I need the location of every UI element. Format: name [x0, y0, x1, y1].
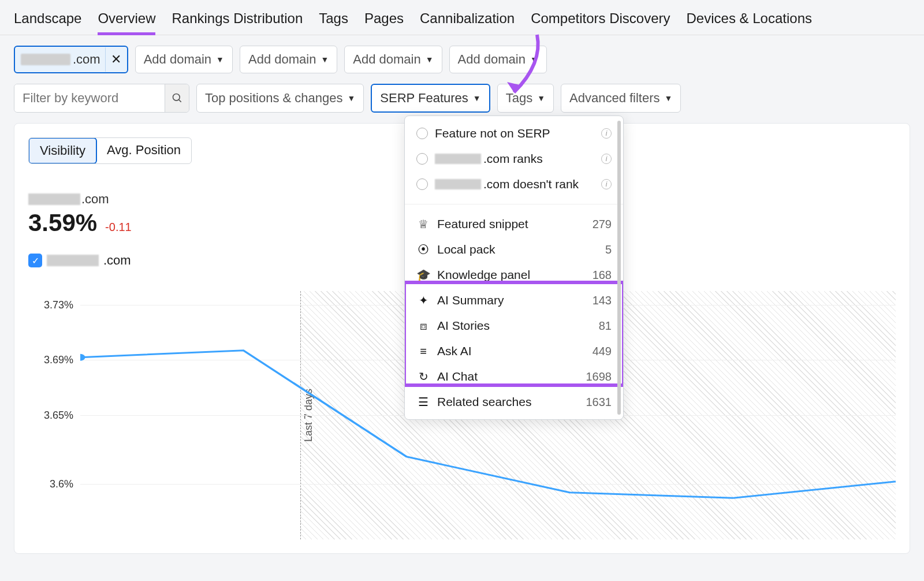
feature-count: 5: [605, 243, 612, 256]
keyword-filter: [14, 84, 189, 113]
top-positions-filter[interactable]: Top positions & changes▼: [196, 84, 364, 113]
chevron-down-icon: ▼: [530, 55, 538, 64]
feature-count: 168: [593, 269, 612, 282]
feature-count: 1631: [586, 396, 612, 409]
redacted-domain: [47, 255, 99, 266]
chevron-down-icon: ▼: [216, 55, 224, 64]
scrollbar[interactable]: [617, 121, 621, 415]
segment-visibility[interactable]: Visibility: [28, 137, 97, 164]
feature-count: 143: [593, 294, 612, 307]
serp-radio-option[interactable]: .com doesn't ranki: [405, 172, 623, 197]
keyword-filter-input[interactable]: [14, 84, 165, 112]
info-icon[interactable]: i: [601, 128, 612, 139]
radio-icon: [416, 153, 428, 165]
svg-point-0: [173, 94, 180, 101]
tab-rankings-distribution[interactable]: Rankings Distribution: [172, 10, 303, 35]
serp-feature-item[interactable]: ≡Ask AI449: [405, 338, 623, 364]
metric-delta: -0.11: [105, 221, 132, 234]
add-domain-button-3[interactable]: Add domain▼: [344, 46, 442, 73]
refresh-icon: ↻: [416, 370, 430, 383]
top-tabs: Landscape Overview Rankings Distribution…: [0, 0, 924, 35]
serp-features-dropdown: Feature not on SERPi.com ranksi.com does…: [404, 116, 624, 420]
close-icon[interactable]: ✕: [105, 47, 127, 72]
segment-avg-position[interactable]: Avg. Position: [96, 138, 191, 163]
feature-count: 279: [593, 218, 612, 231]
serp-feature-item[interactable]: ☰Related searches1631: [405, 389, 623, 415]
feature-count: 81: [599, 319, 612, 333]
advanced-filters[interactable]: Advanced filters▼: [561, 84, 681, 113]
primary-domain-chip[interactable]: .com ✕: [14, 46, 128, 73]
lines-sparkle-icon: ≡: [416, 345, 430, 358]
redacted-domain: [21, 54, 70, 65]
domain-row: .com ✕ Add domain▼ Add domain▼ Add domai…: [0, 35, 924, 84]
search-icon: [172, 92, 183, 104]
tab-overview[interactable]: Overview: [98, 10, 155, 35]
info-icon[interactable]: i: [601, 179, 612, 189]
feature-count: 1698: [586, 370, 612, 383]
chevron-down-icon: ▼: [321, 55, 329, 64]
chevron-down-icon: ▼: [537, 94, 545, 103]
chevron-down-icon: ▼: [665, 94, 673, 103]
serp-radio-option[interactable]: .com ranksi: [405, 146, 623, 172]
info-icon[interactable]: i: [601, 154, 612, 164]
dashed-box-icon: ⧈: [416, 319, 430, 333]
tab-cannibalization[interactable]: Cannibalization: [420, 10, 515, 35]
feature-count: 449: [593, 345, 612, 358]
radio-icon: [416, 178, 428, 190]
serp-feature-item[interactable]: ↻AI Chat1698: [405, 364, 623, 389]
list-icon: ☰: [416, 395, 430, 409]
y-axis-tick: 3.6%: [50, 478, 73, 490]
serp-feature-item[interactable]: ✦AI Summary143: [405, 288, 623, 313]
domain-suffix: .com: [73, 52, 105, 67]
serp-radio-option[interactable]: Feature not on SERPi: [405, 121, 623, 146]
y-axis-tick: 3.69%: [44, 354, 73, 366]
serp-feature-item[interactable]: ⧈AI Stories81: [405, 313, 623, 338]
serp-feature-item[interactable]: ⦿Local pack5: [405, 237, 623, 262]
graduation-icon: 🎓: [416, 268, 430, 282]
tab-pages[interactable]: Pages: [364, 10, 404, 35]
serp-features-filter[interactable]: SERP Features▼: [371, 84, 490, 113]
serp-feature-item[interactable]: ♕Featured snippet279: [405, 211, 623, 237]
checkbox-checked-icon[interactable]: ✓: [28, 254, 42, 267]
add-domain-button-4[interactable]: Add domain▼: [449, 46, 547, 73]
y-axis-tick: 3.73%: [44, 299, 73, 311]
tags-filter[interactable]: Tags▼: [497, 84, 554, 113]
search-button[interactable]: [165, 84, 189, 112]
svg-point-2: [80, 354, 85, 361]
chevron-down-icon: ▼: [473, 94, 481, 103]
tab-devices-locations[interactable]: Devices & Locations: [687, 10, 812, 35]
tab-landscape[interactable]: Landscape: [14, 10, 81, 35]
add-domain-button-2[interactable]: Add domain▼: [240, 46, 337, 73]
crown-icon: ♕: [416, 217, 430, 231]
y-axis-tick: 3.65%: [44, 409, 73, 422]
add-domain-button-1[interactable]: Add domain▼: [135, 46, 233, 73]
radio-icon: [416, 128, 428, 139]
pin-icon: ⦿: [416, 243, 430, 256]
sparkle-icon: ✦: [416, 293, 430, 307]
tab-competitors-discovery[interactable]: Competitors Discovery: [531, 10, 670, 35]
chevron-down-icon: ▼: [426, 55, 434, 64]
serp-feature-item[interactable]: 🎓Knowledge panel168: [405, 262, 623, 288]
tab-tags[interactable]: Tags: [319, 10, 348, 35]
metric-toggle: Visibility Avg. Position: [28, 137, 192, 164]
chevron-down-icon: ▼: [348, 94, 356, 103]
svg-line-1: [178, 100, 181, 102]
